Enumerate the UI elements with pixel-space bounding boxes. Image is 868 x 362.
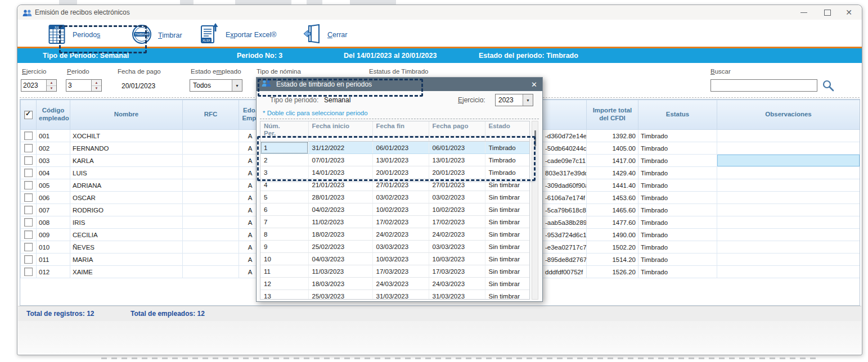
cell-estatus[interactable]: Timbrado bbox=[638, 266, 717, 278]
period-fecha-inicio[interactable]: 11/02/2023 bbox=[308, 216, 372, 228]
period-fecha-inicio[interactable]: 07/01/2023 bbox=[308, 154, 372, 166]
search-input[interactable] bbox=[710, 79, 817, 92]
cell-codigo[interactable]: 006 bbox=[37, 192, 70, 204]
header-nombre[interactable]: Nombre bbox=[70, 100, 183, 130]
row-checkbox[interactable] bbox=[24, 243, 33, 251]
cell-importe[interactable]: 1490.00 bbox=[587, 229, 638, 241]
header-importe[interactable]: Importe total del CFDI bbox=[587, 100, 638, 130]
period-row[interactable]: 421/01/202327/01/202327/01/2023Sin timbr… bbox=[260, 179, 529, 191]
cell-nombre[interactable]: LUIS bbox=[70, 167, 183, 179]
dialog-ejercicio-select[interactable]: 2023 ▼ bbox=[495, 94, 533, 106]
period-fecha-fin[interactable]: 17/02/2023 bbox=[372, 216, 429, 228]
period-row[interactable]: 1111/03/202317/03/202317/03/2023Sin timb… bbox=[260, 265, 529, 278]
row-select-cell[interactable] bbox=[21, 179, 37, 192]
period-num[interactable]: 7 bbox=[260, 216, 308, 228]
cell-estatus[interactable]: Timbrado bbox=[638, 216, 717, 229]
cell-observaciones[interactable] bbox=[717, 167, 860, 179]
cell-uuid[interactable]: -895de8d2767 bbox=[543, 254, 587, 266]
cell-observaciones[interactable] bbox=[717, 155, 860, 167]
cell-rfc[interactable] bbox=[183, 216, 239, 229]
estado-empleado-select[interactable]: Todos ▼ bbox=[190, 79, 242, 92]
row-select-cell[interactable] bbox=[21, 155, 37, 167]
period-fecha-inicio[interactable]: 18/02/2023 bbox=[308, 228, 372, 241]
period-estado[interactable]: Sin timbrar bbox=[485, 290, 529, 300]
row-select-cell[interactable] bbox=[21, 254, 37, 266]
period-num[interactable]: 10 bbox=[260, 253, 308, 265]
period-fecha-inicio[interactable]: 18/03/2023 bbox=[308, 278, 372, 290]
row-checkbox[interactable] bbox=[24, 230, 33, 239]
cell-uuid[interactable]: 803e317e39dd bbox=[543, 167, 587, 179]
cell-nombre[interactable]: ÑEVES bbox=[70, 241, 183, 254]
period-fecha-inicio[interactable]: 28/01/2023 bbox=[308, 191, 372, 203]
cell-rfc[interactable] bbox=[183, 155, 239, 167]
select-all-checkbox[interactable] bbox=[24, 111, 33, 119]
row-select-cell[interactable] bbox=[21, 204, 37, 216]
period-row[interactable]: 604/02/202310/02/202310/02/2023Sin timbr… bbox=[260, 203, 529, 216]
period-header-pago[interactable]: Fecha pago bbox=[429, 121, 485, 142]
row-select-cell[interactable] bbox=[21, 241, 37, 254]
row-checkbox[interactable] bbox=[24, 132, 33, 140]
period-fecha-pago[interactable]: 24/02/2023 bbox=[429, 228, 485, 241]
minimize-button[interactable] bbox=[795, 5, 812, 20]
header-codigo[interactable]: Código empleado bbox=[37, 100, 70, 130]
period-fecha-fin[interactable]: 20/01/2023 bbox=[372, 166, 429, 179]
period-fecha-pago[interactable]: 03/02/2023 bbox=[429, 191, 485, 203]
period-estado[interactable]: Sin timbrar bbox=[485, 253, 529, 265]
cell-rfc[interactable] bbox=[183, 204, 239, 216]
row-select-cell[interactable] bbox=[21, 130, 37, 142]
cell-observaciones[interactable] bbox=[717, 216, 860, 229]
header-estatus[interactable]: Estatus bbox=[638, 100, 717, 130]
cell-importe[interactable]: 1392.80 bbox=[587, 130, 638, 142]
period-fecha-fin[interactable]: 03/02/2023 bbox=[372, 191, 429, 203]
cell-codigo[interactable]: 012 bbox=[37, 266, 70, 278]
cell-rfc[interactable] bbox=[183, 229, 239, 241]
row-select-cell[interactable] bbox=[21, 142, 37, 155]
cell-nombre[interactable]: KARLA bbox=[70, 155, 183, 167]
spin-down-icon[interactable]: ▼ bbox=[47, 86, 56, 92]
header-rfc[interactable]: RFC bbox=[183, 100, 239, 130]
period-header-inicio[interactable]: Fecha inicio bbox=[308, 121, 372, 142]
cell-rfc[interactable] bbox=[183, 192, 239, 204]
periods-scrollbar[interactable] bbox=[532, 121, 538, 300]
period-row[interactable]: 528/01/202303/02/202303/02/2023Sin timbr… bbox=[260, 191, 529, 203]
period-row[interactable]: 1004/03/202310/03/202310/03/2023Sin timb… bbox=[260, 253, 529, 265]
cell-observaciones[interactable] bbox=[717, 142, 860, 155]
period-fecha-fin[interactable]: 10/03/2023 bbox=[372, 253, 429, 265]
period-fecha-fin[interactable]: 13/01/2023 bbox=[372, 154, 429, 166]
close-button[interactable]: ✕ bbox=[840, 5, 857, 20]
row-checkbox[interactable] bbox=[24, 268, 33, 276]
cell-rfc[interactable] bbox=[183, 167, 239, 179]
cell-observaciones[interactable] bbox=[717, 266, 860, 278]
period-header-fin[interactable]: Fecha fin bbox=[372, 121, 429, 142]
row-select-cell[interactable] bbox=[21, 167, 37, 179]
period-fecha-fin[interactable]: 10/02/2023 bbox=[372, 203, 429, 216]
cell-uuid[interactable]: -cade09e7c11 bbox=[543, 155, 587, 167]
timbrar-button[interactable]: TIMBRAR Timbrar bbox=[132, 24, 182, 46]
row-checkbox[interactable] bbox=[24, 156, 33, 165]
cell-estatus[interactable]: Timbrado bbox=[638, 179, 717, 192]
cell-observaciones[interactable] bbox=[717, 179, 860, 192]
period-num[interactable]: 13 bbox=[260, 290, 308, 300]
cell-codigo[interactable]: 009 bbox=[37, 229, 70, 241]
cell-nombre[interactable]: ADRIANA bbox=[70, 179, 183, 192]
cell-importe[interactable]: 1405.00 bbox=[587, 142, 638, 155]
period-num[interactable]: 11 bbox=[260, 265, 308, 278]
cell-uuid[interactable]: -d360d72e14e bbox=[543, 130, 587, 142]
cell-codigo[interactable]: 011 bbox=[37, 254, 70, 266]
cell-observaciones[interactable] bbox=[717, 229, 860, 241]
row-checkbox[interactable] bbox=[24, 181, 33, 189]
cell-estatus[interactable]: Timbrado bbox=[638, 229, 717, 241]
cell-rfc[interactable] bbox=[183, 241, 239, 254]
cell-codigo[interactable]: 004 bbox=[37, 167, 70, 179]
cell-importe[interactable]: 1526.20 bbox=[587, 266, 638, 278]
cell-rfc[interactable] bbox=[183, 254, 239, 266]
period-fecha-fin[interactable]: 24/02/2023 bbox=[372, 228, 429, 241]
cell-estatus[interactable]: Timbrado bbox=[638, 167, 717, 179]
cell-nombre[interactable]: XAIME bbox=[70, 266, 183, 278]
cell-estatus[interactable]: Timbrado bbox=[638, 142, 717, 155]
period-fecha-fin[interactable]: 24/03/2023 bbox=[372, 278, 429, 290]
cell-importe[interactable]: 1453.60 bbox=[587, 192, 638, 204]
row-checkbox[interactable] bbox=[24, 169, 33, 177]
cell-importe[interactable]: 1417.00 bbox=[587, 155, 638, 167]
period-fecha-pago[interactable]: 31/03/2023 bbox=[429, 290, 485, 300]
